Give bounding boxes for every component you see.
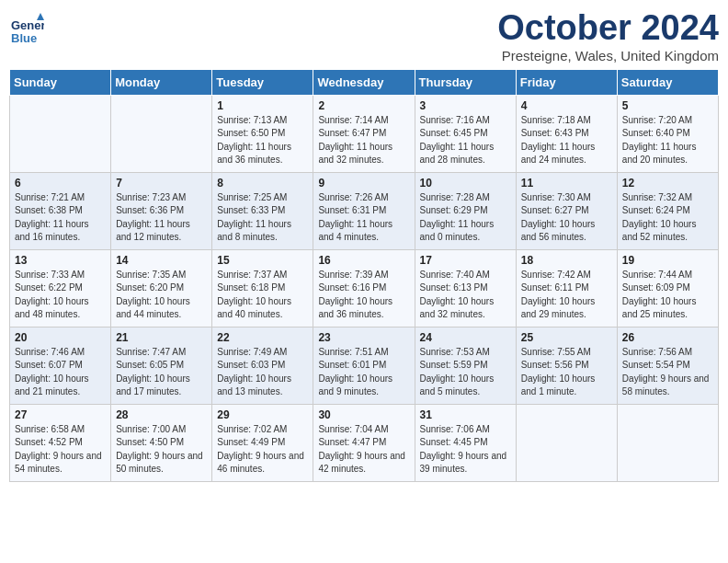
- day-info: Sunrise: 7:39 AM Sunset: 6:16 PM Dayligh…: [318, 269, 409, 322]
- day-info: Sunrise: 7:33 AM Sunset: 6:22 PM Dayligh…: [15, 269, 106, 322]
- calendar-cell: 26Sunrise: 7:56 AM Sunset: 5:54 PM Dayli…: [617, 327, 718, 404]
- weekday-header: Friday: [516, 69, 617, 95]
- weekday-header: Saturday: [617, 69, 718, 95]
- day-number: 31: [420, 408, 511, 421]
- day-number: 11: [521, 177, 612, 190]
- calendar-cell: 7Sunrise: 7:23 AM Sunset: 6:36 PM Daylig…: [111, 172, 212, 249]
- day-info: Sunrise: 7:28 AM Sunset: 6:29 PM Dayligh…: [420, 191, 511, 245]
- day-info: Sunrise: 7:18 AM Sunset: 6:43 PM Dayligh…: [521, 114, 612, 167]
- day-info: Sunrise: 7:14 AM Sunset: 6:47 PM Dayligh…: [318, 114, 409, 167]
- day-number: 3: [420, 99, 511, 112]
- calendar-cell: 28Sunrise: 7:00 AM Sunset: 4:50 PM Dayli…: [111, 404, 212, 481]
- day-info: Sunrise: 7:16 AM Sunset: 6:45 PM Dayligh…: [420, 114, 511, 167]
- day-number: 2: [318, 99, 409, 112]
- day-number: 28: [116, 408, 207, 421]
- day-number: 23: [318, 331, 409, 344]
- day-number: 6: [15, 177, 106, 190]
- day-info: Sunrise: 7:21 AM Sunset: 6:38 PM Dayligh…: [15, 191, 106, 245]
- day-info: Sunrise: 7:13 AM Sunset: 6:50 PM Dayligh…: [217, 114, 308, 167]
- day-info: Sunrise: 7:26 AM Sunset: 6:31 PM Dayligh…: [318, 191, 409, 245]
- day-info: Sunrise: 7:55 AM Sunset: 5:56 PM Dayligh…: [521, 346, 612, 399]
- title-block: October 2024 Presteigne, Wales, United K…: [497, 9, 719, 63]
- day-info: Sunrise: 7:53 AM Sunset: 5:59 PM Dayligh…: [420, 346, 511, 399]
- day-info: Sunrise: 7:46 AM Sunset: 6:07 PM Dayligh…: [15, 346, 106, 399]
- calendar-cell: 11Sunrise: 7:30 AM Sunset: 6:27 PM Dayli…: [516, 172, 617, 249]
- calendar-cell: 21Sunrise: 7:47 AM Sunset: 6:05 PM Dayli…: [111, 327, 212, 404]
- day-number: 19: [622, 254, 713, 267]
- day-info: Sunrise: 7:20 AM Sunset: 6:40 PM Dayligh…: [622, 114, 713, 167]
- calendar-table: SundayMondayTuesdayWednesdayThursdayFrid…: [9, 69, 719, 482]
- calendar-cell: 17Sunrise: 7:40 AM Sunset: 6:13 PM Dayli…: [415, 249, 516, 327]
- calendar-cell: 24Sunrise: 7:53 AM Sunset: 5:59 PM Dayli…: [415, 327, 516, 404]
- logo: General Blue: [9, 9, 46, 48]
- calendar-cell: [111, 95, 212, 172]
- calendar-cell: 16Sunrise: 7:39 AM Sunset: 6:16 PM Dayli…: [313, 249, 415, 327]
- calendar-cell: 22Sunrise: 7:49 AM Sunset: 6:03 PM Dayli…: [212, 327, 313, 404]
- day-info: Sunrise: 7:30 AM Sunset: 6:27 PM Dayligh…: [521, 191, 612, 245]
- day-info: Sunrise: 7:04 AM Sunset: 4:47 PM Dayligh…: [318, 423, 409, 477]
- day-number: 13: [15, 254, 106, 267]
- weekday-header: Tuesday: [212, 69, 313, 95]
- page-header: General Blue October 2024 Presteigne, Wa…: [9, 9, 719, 63]
- day-number: 8: [217, 177, 308, 190]
- calendar-cell: 2Sunrise: 7:14 AM Sunset: 6:47 PM Daylig…: [313, 95, 415, 172]
- day-info: Sunrise: 7:00 AM Sunset: 4:50 PM Dayligh…: [116, 423, 207, 477]
- month-title: October 2024: [497, 9, 719, 48]
- day-number: 7: [116, 177, 207, 190]
- weekday-header: Thursday: [415, 69, 516, 95]
- weekday-header: Wednesday: [313, 69, 415, 95]
- calendar-cell: 15Sunrise: 7:37 AM Sunset: 6:18 PM Dayli…: [212, 249, 313, 327]
- calendar-cell: [617, 404, 718, 481]
- calendar-cell: 29Sunrise: 7:02 AM Sunset: 4:49 PM Dayli…: [212, 404, 313, 481]
- calendar-cell: 8Sunrise: 7:25 AM Sunset: 6:33 PM Daylig…: [212, 172, 313, 249]
- day-number: 21: [116, 331, 207, 344]
- day-number: 25: [521, 331, 612, 344]
- day-info: Sunrise: 7:42 AM Sunset: 6:11 PM Dayligh…: [521, 269, 612, 322]
- day-info: Sunrise: 7:23 AM Sunset: 6:36 PM Dayligh…: [116, 191, 207, 245]
- calendar-cell: 14Sunrise: 7:35 AM Sunset: 6:20 PM Dayli…: [111, 249, 212, 327]
- logo-icon: General Blue: [9, 13, 44, 48]
- day-number: 30: [318, 408, 409, 421]
- calendar-cell: 25Sunrise: 7:55 AM Sunset: 5:56 PM Dayli…: [516, 327, 617, 404]
- day-number: 24: [420, 331, 511, 344]
- calendar-cell: 23Sunrise: 7:51 AM Sunset: 6:01 PM Dayli…: [313, 327, 415, 404]
- weekday-header: Sunday: [10, 69, 111, 95]
- svg-text:Blue: Blue: [11, 31, 37, 45]
- day-info: Sunrise: 7:47 AM Sunset: 6:05 PM Dayligh…: [116, 346, 207, 399]
- weekday-header: Monday: [111, 69, 212, 95]
- day-info: Sunrise: 7:40 AM Sunset: 6:13 PM Dayligh…: [420, 269, 511, 322]
- day-number: 26: [622, 331, 713, 344]
- day-number: 9: [318, 177, 409, 190]
- day-info: Sunrise: 7:37 AM Sunset: 6:18 PM Dayligh…: [217, 269, 308, 322]
- day-number: 12: [622, 177, 713, 190]
- day-info: Sunrise: 7:44 AM Sunset: 6:09 PM Dayligh…: [622, 269, 713, 322]
- calendar-cell: 1Sunrise: 7:13 AM Sunset: 6:50 PM Daylig…: [212, 95, 313, 172]
- calendar-cell: 19Sunrise: 7:44 AM Sunset: 6:09 PM Dayli…: [617, 249, 718, 327]
- calendar-cell: [516, 404, 617, 481]
- day-info: Sunrise: 7:32 AM Sunset: 6:24 PM Dayligh…: [622, 191, 713, 245]
- calendar-cell: 4Sunrise: 7:18 AM Sunset: 6:43 PM Daylig…: [516, 95, 617, 172]
- calendar-cell: 5Sunrise: 7:20 AM Sunset: 6:40 PM Daylig…: [617, 95, 718, 172]
- day-number: 5: [622, 99, 713, 112]
- day-info: Sunrise: 7:02 AM Sunset: 4:49 PM Dayligh…: [217, 423, 308, 477]
- day-number: 22: [217, 331, 308, 344]
- day-info: Sunrise: 7:51 AM Sunset: 6:01 PM Dayligh…: [318, 346, 409, 399]
- day-number: 4: [521, 99, 612, 112]
- day-number: 27: [15, 408, 106, 421]
- day-number: 1: [217, 99, 308, 112]
- calendar-cell: 18Sunrise: 7:42 AM Sunset: 6:11 PM Dayli…: [516, 249, 617, 327]
- day-number: 18: [521, 254, 612, 267]
- location-subtitle: Presteigne, Wales, United Kingdom: [497, 48, 719, 63]
- day-number: 20: [15, 331, 106, 344]
- day-number: 16: [318, 254, 409, 267]
- calendar-cell: 9Sunrise: 7:26 AM Sunset: 6:31 PM Daylig…: [313, 172, 415, 249]
- day-number: 10: [420, 177, 511, 190]
- day-info: Sunrise: 7:35 AM Sunset: 6:20 PM Dayligh…: [116, 269, 207, 322]
- day-info: Sunrise: 7:25 AM Sunset: 6:33 PM Dayligh…: [217, 191, 308, 245]
- day-info: Sunrise: 7:49 AM Sunset: 6:03 PM Dayligh…: [217, 346, 308, 399]
- calendar-cell: 20Sunrise: 7:46 AM Sunset: 6:07 PM Dayli…: [10, 327, 111, 404]
- day-number: 17: [420, 254, 511, 267]
- day-number: 14: [116, 254, 207, 267]
- svg-text:General: General: [11, 18, 44, 32]
- day-info: Sunrise: 7:56 AM Sunset: 5:54 PM Dayligh…: [622, 346, 713, 399]
